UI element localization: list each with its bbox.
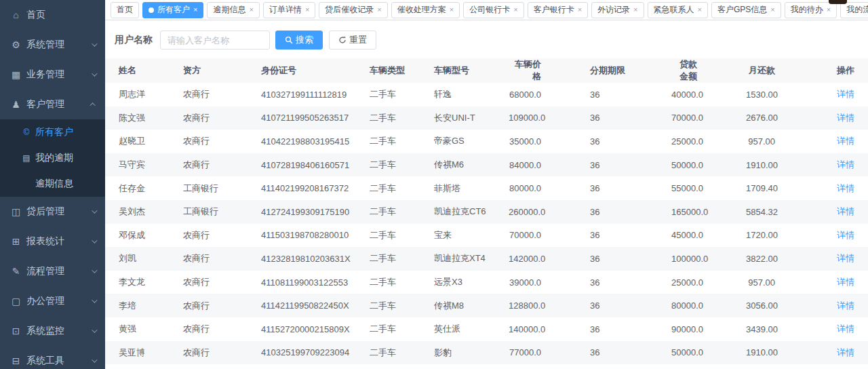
- tab-11[interactable]: 我的待办×: [785, 2, 837, 18]
- tab-9[interactable]: 紧急联系人×: [648, 2, 708, 18]
- cell-loan: 50000.0: [671, 153, 746, 177]
- table-row: 赵晓卫农商行410422198803195415二手车帝豪GS35000.036…: [105, 130, 868, 153]
- close-icon[interactable]: ×: [578, 6, 582, 14]
- tab-6[interactable]: 公司银行卡×: [463, 2, 524, 18]
- sidebar-item-5[interactable]: ⊞报表统计: [0, 227, 105, 256]
- tab-label: 订单详情: [269, 4, 302, 16]
- cell-funder: 农商行: [183, 294, 261, 317]
- close-icon[interactable]: ×: [827, 6, 831, 14]
- chevron-down-icon: [92, 237, 97, 243]
- sidebar-subitem-2[interactable]: 逾期信息: [0, 171, 105, 197]
- tab-label: 我的流程: [846, 4, 868, 16]
- tab-0[interactable]: 首页: [111, 2, 139, 18]
- detail-link[interactable]: 详情: [837, 253, 854, 263]
- close-icon[interactable]: ×: [305, 6, 309, 14]
- tab-8[interactable]: 外访记录×: [591, 2, 644, 18]
- cell-price: 128800.0: [509, 294, 590, 317]
- detail-link[interactable]: 详情: [837, 136, 854, 146]
- sidebar-item-9[interactable]: ⊟系统工具: [0, 346, 105, 369]
- monitor-icon: ⊞: [10, 236, 22, 247]
- close-icon[interactable]: ×: [698, 6, 702, 14]
- search-button[interactable]: 搜索: [275, 31, 323, 50]
- cell-actions: 详情: [827, 200, 868, 224]
- cell-price: 142000.0: [509, 247, 590, 271]
- customer-name-input[interactable]: [160, 31, 270, 50]
- gear-icon: ⚙: [10, 39, 22, 50]
- monitor-check-icon: ⊡: [10, 326, 22, 336]
- cell-vehicle_type: 二手车: [370, 364, 434, 369]
- search-form: 用户名称 搜索 重置: [105, 20, 868, 50]
- tab-label: 外访记录: [597, 4, 630, 16]
- detail-link[interactable]: 详情: [837, 183, 854, 193]
- tab-7[interactable]: 客户银行卡×: [528, 2, 588, 18]
- close-icon[interactable]: ×: [513, 6, 517, 14]
- cell-funder: 农商行: [183, 317, 261, 341]
- sidebar-item-8[interactable]: ⊡系统监控: [0, 316, 105, 346]
- detail-link[interactable]: 详情: [837, 277, 854, 287]
- sidebar-item-3[interactable]: ♟客户管理: [0, 90, 105, 119]
- cell-model: 帝豪GS: [434, 130, 509, 153]
- sidebar-item-7[interactable]: ▢办公管理: [0, 286, 105, 316]
- detail-link[interactable]: 详情: [837, 300, 854, 311]
- column-header: 身份证号: [261, 58, 370, 83]
- sidebar-subitem-1[interactable]: ▤我的逾期: [0, 145, 105, 171]
- tab-1[interactable]: 所有客户×: [142, 2, 203, 18]
- tab-4[interactable]: 贷后催收记录×: [319, 2, 387, 18]
- close-icon[interactable]: ×: [450, 6, 454, 14]
- chevron-down-icon: [92, 357, 97, 362]
- cell-actions: [827, 364, 868, 369]
- cell-loan: 165000.0: [671, 200, 746, 224]
- detail-link[interactable]: 详情: [837, 324, 854, 334]
- tab-3[interactable]: 订单详情×: [263, 2, 315, 18]
- refresh-icon: [338, 36, 347, 44]
- cell-id_number: 41142119950822450X: [261, 294, 370, 317]
- detail-link[interactable]: 详情: [837, 230, 854, 240]
- user-icon: ♟: [10, 99, 22, 110]
- sidebar-item-2[interactable]: ▦业务管理: [0, 60, 105, 90]
- cell-model: 轩逸: [434, 83, 509, 106]
- detail-link[interactable]: 详情: [837, 113, 854, 123]
- close-icon[interactable]: ×: [193, 6, 197, 14]
- close-icon[interactable]: ×: [770, 6, 774, 14]
- cell-term: [590, 364, 671, 369]
- column-header: 车辆型号: [434, 58, 509, 83]
- chevron-down-icon: [92, 327, 97, 332]
- table-row: 吴刘杰工商银行412724199309175190二手车凯迪拉克CT626000…: [105, 200, 868, 224]
- detail-link[interactable]: 详情: [837, 206, 854, 216]
- sidebar-subitem-label: 所有客户: [35, 126, 73, 138]
- main-panel: 首页所有客户×逾期信息×订单详情×贷后催收记录×催收处理方案×公司银行卡×客户银…: [105, 0, 868, 369]
- tab-10[interactable]: 客户GPS信息×: [711, 2, 781, 18]
- cell-price: 70000.0: [509, 224, 590, 248]
- detail-link[interactable]: 详情: [837, 89, 854, 99]
- sidebar-item-0[interactable]: ⌂首页: [0, 0, 105, 30]
- close-icon[interactable]: ×: [633, 6, 637, 14]
- cell-actions: 详情: [827, 153, 868, 177]
- sidebar-item-1[interactable]: ⚙系统管理: [0, 30, 105, 60]
- cell-actions: 详情: [827, 271, 868, 294]
- sidebar-subitem-0[interactable]: ©所有客户: [0, 119, 105, 145]
- tab-label: 逾期信息: [213, 4, 245, 16]
- sidebar-item-4[interactable]: ◫贷后管理: [0, 197, 105, 227]
- close-icon[interactable]: ×: [249, 6, 253, 14]
- reset-button[interactable]: 重置: [329, 31, 376, 50]
- detail-link[interactable]: 详情: [837, 159, 854, 170]
- cell-name: 陈文强: [105, 106, 183, 130]
- avatar[interactable]: [829, 0, 847, 4]
- cell-name: 任存金: [105, 176, 183, 200]
- cell-actions: 详情: [827, 317, 868, 341]
- table-row: 周志洋农商行410327199111112819二手车轩逸68000.03640…: [105, 83, 868, 106]
- sidebar-item-6[interactable]: ✎流程管理: [0, 256, 105, 286]
- cell-monthly: 957.00: [746, 130, 827, 153]
- tab-2[interactable]: 逾期信息×: [207, 2, 259, 18]
- cell-monthly: 1910.00: [746, 153, 827, 177]
- tab-5[interactable]: 催收处理方案×: [391, 2, 460, 18]
- cell-model: 长安UNI-T: [434, 106, 509, 130]
- tab-12[interactable]: 我的流程×: [840, 2, 868, 18]
- close-icon[interactable]: ×: [377, 6, 381, 14]
- table-row: 农商行二手车: [105, 364, 868, 369]
- table-row: 马守宾农商行410728198406160571二手车传祺M684000.036…: [105, 153, 868, 177]
- sidebar-item-label: 系统监控: [26, 325, 64, 337]
- cell-actions: 详情: [827, 294, 868, 317]
- customers-table: 姓名资方身份证号车辆类型车辆型号车辆价格分期期限贷款金额月还款操作 周志洋农商行…: [105, 58, 868, 369]
- detail-link[interactable]: 详情: [837, 347, 854, 357]
